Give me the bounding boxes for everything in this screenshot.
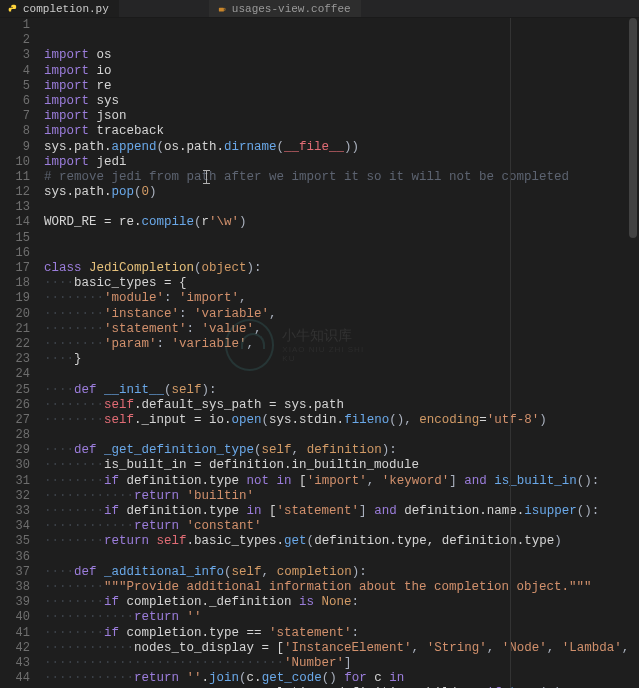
line-number: 18	[0, 276, 30, 291]
tab-label: usages-view.coffee	[232, 3, 351, 15]
line-gutter: 1234567891011121314151617181920212223242…	[0, 18, 40, 688]
tab-completion-py[interactable]: completion.py	[0, 0, 119, 17]
line-number: 25	[0, 383, 30, 398]
code-area[interactable]: import osimport ioimport reimport sysimp…	[40, 18, 639, 688]
code-line[interactable]: ········self._input = io.open(sys.stdin.…	[44, 413, 639, 428]
line-number: 44	[0, 671, 30, 686]
line-number: 5	[0, 79, 30, 94]
code-line[interactable]: ········if definition.type in ['statemen…	[44, 504, 639, 519]
code-line[interactable]: ········'param': 'variable',	[44, 337, 639, 352]
line-number: 38	[0, 580, 30, 595]
line-number: 41	[0, 626, 30, 641]
line-number: 11	[0, 170, 30, 185]
line-number: 12	[0, 185, 30, 200]
editor: 1234567891011121314151617181920212223242…	[0, 18, 639, 688]
line-number: 3	[0, 48, 30, 63]
code-line[interactable]	[44, 428, 639, 443]
code-line[interactable]: WORD_RE = re.compile(r'\w')	[44, 215, 639, 230]
line-number: 15	[0, 231, 30, 246]
code-line[interactable]: ····def __init__(self):	[44, 383, 639, 398]
line-number: 32	[0, 489, 30, 504]
code-line[interactable]: ········if definition.type not in ['impo…	[44, 474, 639, 489]
code-line[interactable]	[44, 367, 639, 382]
code-line[interactable]: import traceback	[44, 124, 639, 139]
line-number: 26	[0, 398, 30, 413]
line-number: 14	[0, 215, 30, 230]
line-number: 22	[0, 337, 30, 352]
code-line[interactable]: ········"""Provide additional informatio…	[44, 580, 639, 595]
line-number: 2	[0, 33, 30, 48]
code-line[interactable]: ············return 'builtin'	[44, 489, 639, 504]
line-number: 4	[0, 64, 30, 79]
line-number: 42	[0, 641, 30, 656]
code-line[interactable]: ············return ''	[44, 610, 639, 625]
line-number: 7	[0, 109, 30, 124]
line-number: 43	[0, 656, 30, 671]
svg-point-0	[11, 5, 12, 6]
line-number: 19	[0, 291, 30, 306]
line-number: 33	[0, 504, 30, 519]
code-line[interactable]: import jedi	[44, 155, 639, 170]
code-line[interactable]: ········if completion._definition is Non…	[44, 595, 639, 610]
code-line[interactable]: ········'instance': 'variable',	[44, 307, 639, 322]
line-number: 16	[0, 246, 30, 261]
line-number: 36	[0, 550, 30, 565]
line-number: 23	[0, 352, 30, 367]
line-number: 21	[0, 322, 30, 337]
code-line[interactable]: ········if completion.type == 'statement…	[44, 626, 639, 641]
code-line[interactable]: ····basic_types = {	[44, 276, 639, 291]
code-line[interactable]: ········'statement': 'value',	[44, 322, 639, 337]
code-line[interactable]: # remove jedi from path after we import …	[44, 170, 639, 185]
line-number: 8	[0, 124, 30, 139]
code-line[interactable]	[44, 246, 639, 261]
tab-label: completion.py	[23, 3, 109, 15]
code-line[interactable]	[44, 550, 639, 565]
line-number: 1	[0, 18, 30, 33]
line-number: 9	[0, 140, 30, 155]
code-line[interactable]: ········self.default_sys_path = sys.path	[44, 398, 639, 413]
line-number: 34	[0, 519, 30, 534]
code-line[interactable]: class JediCompletion(object):	[44, 261, 639, 276]
code-line[interactable]: ············return ''.join(c.get_code() …	[44, 671, 639, 686]
code-line[interactable]: ············return 'constant'	[44, 519, 639, 534]
code-line[interactable]: import io	[44, 64, 639, 79]
code-line[interactable]: ········'module': 'import',	[44, 291, 639, 306]
code-line[interactable]: ····def _additional_info(self, completio…	[44, 565, 639, 580]
code-line[interactable]: import os	[44, 48, 639, 63]
code-line[interactable]: sys.path.pop(0)	[44, 185, 639, 200]
line-number: 39	[0, 595, 30, 610]
svg-rect-1	[219, 7, 224, 11]
line-number: 35	[0, 534, 30, 549]
tab-usages-view[interactable]: usages-view.coffee	[209, 0, 361, 17]
code-line[interactable]: import re	[44, 79, 639, 94]
code-line[interactable]	[44, 231, 639, 246]
code-line[interactable]: ········return self.basic_types.get(defi…	[44, 534, 639, 549]
vertical-scrollbar[interactable]	[627, 18, 639, 688]
code-line[interactable]: ············nodes_to_display = ['Instanc…	[44, 641, 639, 656]
coffee-icon	[217, 4, 227, 14]
code-line[interactable]: import json	[44, 109, 639, 124]
line-number: 10	[0, 155, 30, 170]
code-line[interactable]	[44, 200, 639, 215]
code-line[interactable]: ································'Number'…	[44, 656, 639, 671]
scrollbar-thumb[interactable]	[629, 18, 637, 238]
code-line[interactable]: ····}	[44, 352, 639, 367]
python-icon	[8, 4, 18, 14]
minimap-divider	[510, 18, 511, 688]
line-number: 28	[0, 428, 30, 443]
line-number: 31	[0, 474, 30, 489]
line-number: 30	[0, 458, 30, 473]
code-line[interactable]: ········is_built_in = definition.in_buil…	[44, 458, 639, 473]
line-number: 29	[0, 443, 30, 458]
line-number: 6	[0, 94, 30, 109]
line-number: 37	[0, 565, 30, 580]
text-cursor	[206, 170, 207, 184]
code-line[interactable]: import sys	[44, 94, 639, 109]
line-number: 24	[0, 367, 30, 382]
code-line[interactable]: ····def _get_definition_type(self, defin…	[44, 443, 639, 458]
line-number: 27	[0, 413, 30, 428]
line-number: 40	[0, 610, 30, 625]
line-number: 17	[0, 261, 30, 276]
code-line[interactable]: sys.path.append(os.path.dirname(__file__…	[44, 140, 639, 155]
line-number: 13	[0, 200, 30, 215]
